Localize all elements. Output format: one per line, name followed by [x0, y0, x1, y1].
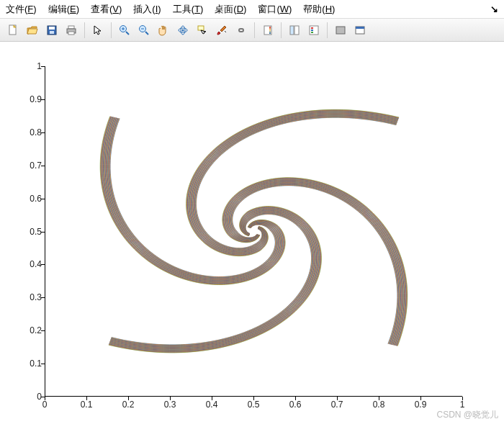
- datacursor-icon[interactable]: [194, 22, 211, 39]
- open-icon[interactable]: [24, 22, 41, 39]
- toolbar-sep: [327, 22, 328, 38]
- x-tick-mark: [212, 397, 212, 400]
- svg-rect-4: [50, 31, 54, 34]
- y-tick-label: 0.5: [20, 227, 42, 237]
- y-tick-label: 0.3: [20, 292, 42, 302]
- x-tick-mark: [128, 397, 129, 400]
- y-tick-mark: [41, 232, 45, 233]
- svg-rect-27: [336, 27, 345, 34]
- y-tick-mark: [41, 330, 45, 331]
- play-icon[interactable]: ↘: [490, 4, 498, 14]
- x-tick-label: 0.8: [373, 400, 385, 410]
- svg-line-13: [145, 32, 148, 35]
- colorbar-icon[interactable]: [259, 22, 276, 39]
- x-tick-mark: [45, 397, 45, 400]
- x-tick-mark: [170, 397, 171, 400]
- insert-legend-icon[interactable]: [305, 22, 323, 39]
- y-tick-label: 0: [20, 392, 42, 402]
- toolbar-sep: [254, 22, 255, 38]
- y-tick-label: 1: [20, 61, 42, 71]
- y-tick-mark: [41, 364, 45, 364]
- pan-icon[interactable]: [155, 22, 172, 39]
- x-tick-mark: [462, 397, 463, 400]
- toolbar-sep: [111, 22, 112, 38]
- x-tick-label: 0.1: [81, 400, 93, 410]
- x-tick-mark: [86, 397, 87, 400]
- svg-rect-23: [310, 26, 318, 35]
- y-tick-label: 0.7: [20, 161, 42, 171]
- x-tick-label: 0.3: [164, 400, 176, 410]
- show-plot-icon[interactable]: [351, 22, 369, 39]
- x-tick-mark: [253, 397, 254, 400]
- svg-rect-29: [356, 27, 364, 29]
- legend-icon[interactable]: [286, 22, 303, 39]
- brush-icon[interactable]: [213, 22, 230, 39]
- menu-desktop[interactable]: 桌面(D): [215, 3, 246, 16]
- y-tick-mark: [41, 132, 45, 133]
- rotate-icon[interactable]: [174, 22, 192, 39]
- x-tick-label: 0.9: [415, 400, 427, 410]
- svg-rect-5: [68, 26, 74, 29]
- x-tick-label: 0.6: [289, 400, 302, 410]
- svg-rect-21: [290, 26, 294, 35]
- y-tick-mark: [41, 199, 45, 199]
- menu-insert[interactable]: 插入(I): [133, 3, 161, 16]
- y-tick-label: 0.1: [20, 358, 42, 369]
- x-tick-mark: [295, 397, 296, 400]
- menu-window[interactable]: 窗口(W): [258, 3, 292, 16]
- svg-rect-7: [68, 32, 74, 35]
- y-tick-mark: [41, 66, 45, 67]
- y-tick-label: 0.4: [20, 259, 42, 269]
- figure-area: 00.10.20.30.40.50.60.70.80.91 00.10.20.3…: [0, 42, 504, 424]
- y-tick-label: 0.6: [20, 194, 42, 204]
- zoom-out-icon[interactable]: [135, 22, 153, 39]
- watermark: CSDN @晓觉儿: [436, 409, 498, 421]
- x-tick-label: 0: [42, 400, 48, 410]
- save-icon[interactable]: [43, 22, 60, 39]
- x-tick-mark: [337, 397, 338, 400]
- svg-rect-22: [294, 26, 299, 35]
- zoom-in-icon[interactable]: [116, 22, 133, 39]
- y-tick-mark: [41, 264, 45, 265]
- x-tick-label: 0.4: [206, 400, 218, 410]
- toolbar-sep: [84, 22, 85, 38]
- link-icon[interactable]: [233, 22, 250, 39]
- svg-line-9: [126, 32, 129, 35]
- hide-plot-icon[interactable]: [332, 22, 349, 39]
- x-tick-label: 0.5: [248, 400, 260, 410]
- y-axis-ticks: 00.10.20.30.40.50.60.70.80.91: [20, 66, 42, 397]
- x-tick-label: 0.2: [122, 400, 135, 410]
- x-tick-label: 0.7: [331, 400, 343, 410]
- y-tick-label: 0.8: [20, 127, 42, 137]
- toolbar-sep: [281, 22, 282, 38]
- menubar: 文件(F) 编辑(E) 查看(V) 插入(I) 工具(T) 桌面(D) 窗口(W…: [0, 0, 504, 19]
- menu-help[interactable]: 帮助(H): [303, 3, 335, 16]
- print-icon[interactable]: [63, 22, 80, 39]
- x-tick-mark: [420, 397, 421, 400]
- y-tick-mark: [41, 297, 45, 298]
- svg-rect-20: [269, 27, 271, 34]
- svg-point-17: [182, 29, 184, 31]
- x-tick-label: 1: [460, 400, 465, 410]
- menu-edit[interactable]: 编辑(E): [48, 3, 79, 16]
- new-icon[interactable]: [4, 22, 22, 39]
- svg-rect-3: [49, 27, 55, 30]
- y-tick-mark: [41, 99, 45, 100]
- axes[interactable]: [45, 66, 462, 397]
- toolbar: [0, 19, 504, 42]
- menu-tools[interactable]: 工具(T): [173, 3, 204, 16]
- y-tick-label: 0.9: [20, 94, 42, 104]
- menu-file[interactable]: 文件(F): [6, 3, 37, 16]
- pointer-icon[interactable]: [89, 22, 107, 39]
- menu-view[interactable]: 查看(V): [91, 3, 122, 16]
- spiral-plot: [45, 66, 462, 396]
- svg-rect-18: [198, 26, 204, 30]
- y-tick-mark: [41, 166, 45, 166]
- x-tick-mark: [379, 397, 379, 400]
- y-tick-label: 0.2: [20, 325, 42, 335]
